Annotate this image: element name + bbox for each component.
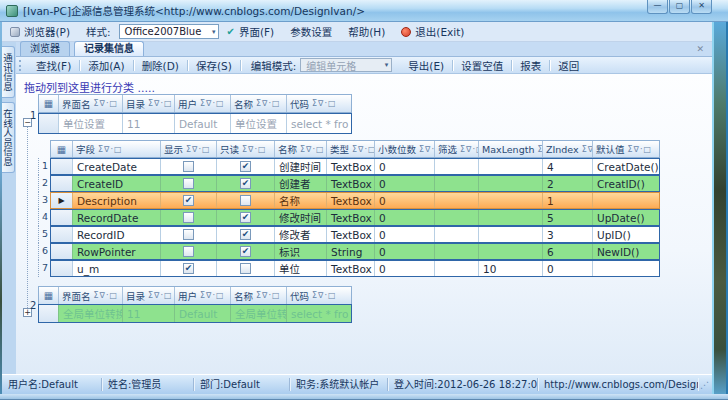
readonly-checkbox[interactable] (240, 263, 251, 274)
column-header-type[interactable]: 类型Σ∇·□ (327, 141, 375, 157)
column-header-show[interactable]: 显示Σ∇·□ (161, 141, 217, 157)
master-row-2[interactable]: 全局单位转换 11 Default 全局单位转 select * fro (38, 304, 352, 323)
column-header-name[interactable]: 名称Σ∇·□ (231, 287, 287, 304)
readonly-checkbox[interactable]: ✔ (240, 178, 251, 189)
menu-exit[interactable]: 退出(Exit) (393, 22, 472, 41)
toolbar-grip[interactable] (19, 60, 24, 71)
window-border-left (0, 22, 2, 394)
column-header-maxlength[interactable]: MaxLengthΣ∇·□ (479, 141, 543, 157)
column-header-name[interactable]: 名称Σ∇·□ (275, 141, 327, 157)
filter-icons[interactable]: Σ∇·□ (145, 291, 173, 300)
filter-icons[interactable]: Σ∇·□ (91, 99, 119, 108)
filter-icons[interactable]: Σ∇·□ (91, 291, 119, 300)
filter-icons[interactable]: Σ∇·□ (349, 145, 375, 154)
filter-icons[interactable]: Σ∇·□ (183, 145, 211, 154)
detail-row-recordid[interactable]: RecordID ✔ 修改者 TextBox 0 3 UpID() (50, 226, 660, 243)
readonly-checkbox[interactable]: ✔ (240, 161, 251, 172)
filter-icons[interactable]: Σ∇·□ (197, 99, 225, 108)
side-tab-comm-info[interactable]: 通讯信息 (2, 46, 15, 98)
export-button[interactable]: 导出(E) (400, 57, 452, 74)
group-by-bar[interactable]: 拖动列到这里进行分类 ..... (24, 79, 155, 95)
detail-row-rowpointer[interactable]: RowPointer ✔ 标识 String 0 6 NewID() (50, 243, 660, 260)
filter-icons[interactable]: Σ∇·□ (253, 291, 281, 300)
filter-icons[interactable]: Σ∇·□ (579, 145, 593, 154)
row-indicator (51, 227, 73, 242)
column-header-uiname[interactable]: 界面名Σ∇·□ (59, 95, 123, 112)
column-header-user[interactable]: 用户Σ∇·□ (175, 95, 231, 112)
back-button[interactable]: 返回 (550, 57, 587, 74)
column-header-uiname[interactable]: 界面名Σ∇·□ (59, 287, 123, 304)
close-button[interactable]: ✕ (691, 0, 712, 14)
filter-icons[interactable]: Σ∇·□ (297, 145, 325, 154)
detail-row-um[interactable]: u_m ✔ 单位 TextBox 0 10 0 (50, 260, 660, 277)
filter-icons[interactable]: Σ∇·□ (95, 145, 123, 154)
column-header-zindex[interactable]: ZIndexΣ∇·□ (543, 141, 593, 157)
column-header-field[interactable]: 字段Σ∇·□ (73, 141, 161, 157)
document-tabstrip: 浏览器 记录集信息 ✕ (16, 42, 712, 57)
show-checkbox[interactable] (183, 212, 194, 223)
filter-icons[interactable]: Σ∇·□ (197, 291, 225, 300)
readonly-checkbox[interactable]: ✔ (240, 229, 251, 240)
column-header-code[interactable]: 代码Σ∇·□ (287, 95, 351, 112)
menu-help[interactable]: 帮助(H) (340, 22, 393, 41)
close-tab-icon[interactable]: ✕ (696, 44, 704, 54)
filter-icons[interactable]: Σ∇·□ (309, 291, 337, 300)
detail-row-createdate[interactable]: CreateDate ✔ 创建时间 TextBox 0 4 CreatDate(… (50, 158, 660, 175)
show-checkbox[interactable] (183, 161, 194, 172)
detail-row-recorddate[interactable]: RecordDate ✔ 修改时间 TextBox 0 5 UpDate() (50, 209, 660, 226)
delete-button[interactable]: 删除(D) (134, 57, 187, 74)
show-checkbox[interactable]: ✔ (183, 263, 194, 274)
show-checkbox[interactable] (183, 229, 194, 240)
column-header-dir[interactable]: 目录Σ∇·□ (123, 95, 175, 112)
column-header-readonly[interactable]: 只读Σ∇·□ (217, 141, 275, 157)
edit-mode-select[interactable]: 编辑单元格 ▾ (300, 58, 392, 72)
filter-icons[interactable]: Σ∇·□ (309, 99, 337, 108)
column-header-code[interactable]: 代码Σ∇·□ (287, 287, 351, 304)
filter-icons[interactable]: Σ∇·□ (253, 99, 281, 108)
filter-icons[interactable]: Σ∇·□ (457, 145, 479, 154)
filter-icons[interactable]: Σ∇·□ (239, 145, 267, 154)
set-null-button[interactable]: 设置空值 (453, 57, 511, 74)
tab-recordset-info[interactable]: 记录集信息 (74, 41, 144, 56)
menu-browser[interactable]: 浏览器(P) (2, 22, 78, 41)
show-checkbox[interactable] (183, 178, 194, 189)
column-header-user[interactable]: 用户Σ∇·□ (175, 287, 231, 304)
grid-panel: 拖动列到这里进行分类 ..... − 1 + 2 ▦ 界面名Σ∇·□ 目录Σ∇·… (16, 74, 712, 394)
interface-icon: ✔ (227, 27, 235, 37)
menu-params[interactable]: 参数设置 (282, 22, 340, 41)
status-url[interactable]: http://www.cnblogs.com/DesignIvan/ (538, 378, 698, 391)
readonly-checkbox[interactable] (240, 195, 251, 206)
find-button[interactable]: 查找(F) (28, 57, 79, 74)
menu-interface[interactable]: ✔ 界面(F) (219, 22, 283, 41)
save-button[interactable]: 保存(S) (188, 57, 240, 74)
column-header-filter[interactable]: 筛选Σ∇·□ (435, 141, 479, 157)
titlebar[interactable]: [Ivan-PC]企源信息管理系统<http://www.cnblogs.com… (0, 0, 728, 22)
detail-row-description-selected[interactable]: ▶ Description ✔ 名称 TextBox 0 1 (50, 192, 660, 209)
style-select[interactable]: Office2007Blue ▾ (119, 24, 219, 39)
detail-rows: 1 CreateDate ✔ 创建时间 TextBox 0 4 CreatDat… (38, 158, 660, 277)
filter-icons[interactable]: Σ∇·□ (625, 145, 653, 154)
exit-icon (401, 27, 411, 37)
resize-grip-icon[interactable]: ⋰ (698, 380, 712, 390)
browser-icon (10, 27, 20, 37)
column-header-decimals[interactable]: 小数位数Σ∇·□ (375, 141, 435, 157)
filter-icons[interactable]: Σ∇·□ (534, 145, 543, 154)
filter-icons[interactable]: Σ∇·□ (416, 145, 435, 154)
column-header-name[interactable]: 名称Σ∇·□ (231, 95, 287, 112)
column-header-default[interactable]: 默认值Σ∇·□ (593, 141, 659, 157)
column-header-dir[interactable]: 目录Σ∇·□ (123, 287, 175, 304)
readonly-checkbox[interactable]: ✔ (240, 246, 251, 257)
minimize-button[interactable]: — (647, 0, 668, 14)
detail-row-createid[interactable]: CreateID ✔ 创建者 TextBox 0 2 CreatID() (50, 175, 660, 192)
master-grid2-header: ▦ 界面名Σ∇·□ 目录Σ∇·□ 用户Σ∇·□ 名称Σ∇·□ 代码Σ∇·□ (38, 286, 352, 305)
show-checkbox[interactable]: ✔ (183, 195, 194, 206)
tab-browser[interactable]: 浏览器 (20, 41, 70, 56)
report-button[interactable]: 报表 (512, 57, 549, 74)
side-tab-online-users[interactable]: 在线人员信息 (2, 102, 15, 173)
maximize-button[interactable]: ▢ (669, 0, 690, 14)
master-row-1[interactable]: 单位设置 11 Default 单位设置 select * fro (38, 113, 352, 134)
show-checkbox[interactable] (183, 246, 194, 257)
add-button[interactable]: 添加(A) (80, 57, 132, 74)
readonly-checkbox[interactable]: ✔ (240, 212, 251, 223)
filter-icons[interactable]: Σ∇·□ (145, 99, 173, 108)
